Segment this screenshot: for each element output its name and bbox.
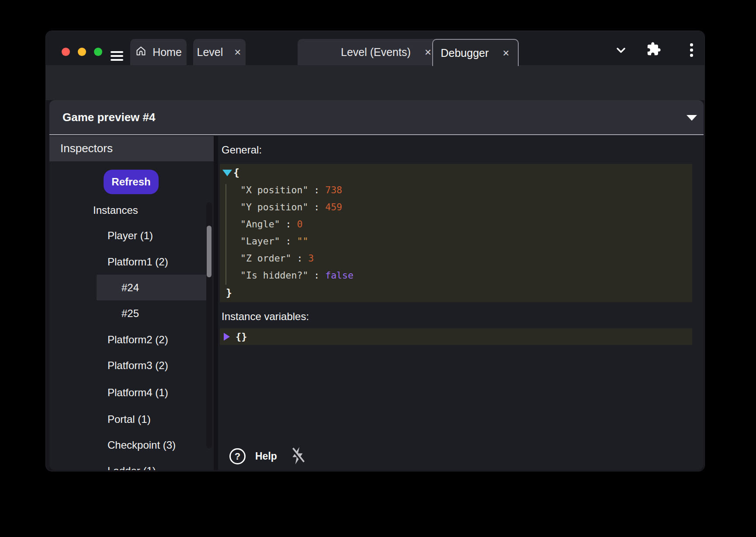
tree-label: Platform4 (1) (49, 387, 168, 398)
instance-variables-label: Instance variables: (222, 310, 309, 323)
json-line-x-position: "X position" : 738 (240, 181, 354, 199)
inspectors-sidebar: Inspectors Refresh Instances Player (1) … (49, 136, 214, 470)
tree-label: Checkpoint (3) (49, 439, 176, 451)
help-button[interactable]: ? Help (229, 448, 277, 464)
help-label: Help (255, 450, 277, 462)
empty-object-braces: {} (236, 328, 247, 345)
tab-label: Level (Events) (341, 46, 411, 59)
debugger-toolbar: Pause (46, 65, 704, 100)
tab-level[interactable]: Level × (193, 39, 246, 65)
general-json-viewer: { "X position" : 738 "Y position" : 459 … (220, 164, 692, 302)
json-line-z-order: "Z order" : 3 (240, 250, 354, 267)
tree-item-ladder[interactable]: Ladder (1) (49, 458, 207, 470)
close-icon[interactable]: × (502, 47, 510, 59)
tab-label: Level (197, 46, 223, 59)
tree-label: Platform1 (2) (49, 256, 168, 268)
refresh-button[interactable]: Refresh (104, 170, 159, 194)
inspectors-header: Inspectors (49, 136, 214, 161)
collapse-caret-icon[interactable] (222, 170, 232, 176)
json-line-angle: "Angle" : 0 (240, 216, 354, 233)
kebab-menu-icon[interactable] (689, 43, 694, 59)
indent-guide (225, 184, 226, 285)
chevron-down-icon[interactable] (614, 43, 628, 59)
hamburger-menu-icon[interactable] (111, 51, 123, 62)
tree-item-checkpoint[interactable]: Checkpoint (3) (49, 432, 207, 458)
json-line-y-position: "Y position" : 459 (240, 199, 354, 216)
tab-bar: Home Level × Level (Events) × Debugger × (46, 31, 704, 65)
sidebar-scrollbar-thumb[interactable] (207, 226, 212, 277)
home-icon (135, 45, 147, 59)
tree-label: Portal (1) (49, 413, 151, 425)
json-line-layer: "Layer" : "" (240, 233, 354, 250)
flash-off-icon[interactable] (288, 446, 308, 467)
caret-down-icon (687, 115, 697, 121)
expand-caret-icon[interactable] (224, 333, 230, 341)
tab-home[interactable]: Home (130, 39, 187, 65)
tree-item-24-selected[interactable]: #24 (97, 275, 207, 300)
game-preview-selector[interactable]: Game preview #4 (49, 100, 704, 135)
debugger-window: Home Level × Level (Events) × Debugger × (45, 31, 705, 471)
tree-label: Platform3 (2) (49, 359, 168, 371)
tree-item-platform2[interactable]: Platform2 (2) (49, 327, 207, 352)
tree-item-instances[interactable]: Instances (49, 197, 207, 223)
close-brace: } (226, 287, 232, 299)
close-icon[interactable]: × (233, 46, 242, 58)
tree-label: #24 (97, 282, 139, 293)
tab-label: Debugger (441, 47, 489, 59)
game-preview-label: Game preview #4 (62, 111, 155, 124)
extensions-puzzle-icon[interactable] (646, 42, 661, 58)
tree-label: Instances (49, 204, 138, 216)
tree-label: Ladder (1) (49, 465, 156, 470)
tree-item-platform4[interactable]: Platform4 (1) (49, 380, 207, 405)
tree-item-platform3[interactable]: Platform3 (2) (49, 352, 207, 378)
tree-label: Platform2 (2) (49, 334, 168, 345)
inspector-detail-panel: General: { "X position" : 738 "Y positio… (218, 136, 704, 470)
help-question-icon: ? (229, 448, 246, 464)
general-label: General: (222, 144, 262, 156)
tree-label: Player (1) (49, 230, 153, 241)
open-brace: { (233, 167, 239, 178)
instance-variables-json-viewer: {} (220, 328, 692, 345)
traffic-light-zoom[interactable] (94, 48, 102, 56)
json-entries: "X position" : 738 "Y position" : 459 "A… (240, 181, 354, 284)
json-line-is-hidden: "Is hidden?" : false (240, 267, 354, 284)
tab-label: Home (153, 46, 182, 59)
tab-debugger[interactable]: Debugger × (432, 39, 519, 66)
content-area: Inspectors Refresh Instances Player (1) … (49, 136, 704, 470)
traffic-light-minimize[interactable] (78, 48, 86, 56)
tree-item-player[interactable]: Player (1) (49, 223, 207, 248)
tree-item-portal[interactable]: Portal (1) (49, 406, 207, 432)
traffic-light-close[interactable] (62, 48, 70, 56)
tree-item-25[interactable]: #25 (49, 300, 207, 326)
tree-label: #25 (49, 307, 139, 319)
close-icon[interactable]: × (424, 46, 432, 58)
tree-item-platform1[interactable]: Platform1 (2) (49, 249, 207, 275)
